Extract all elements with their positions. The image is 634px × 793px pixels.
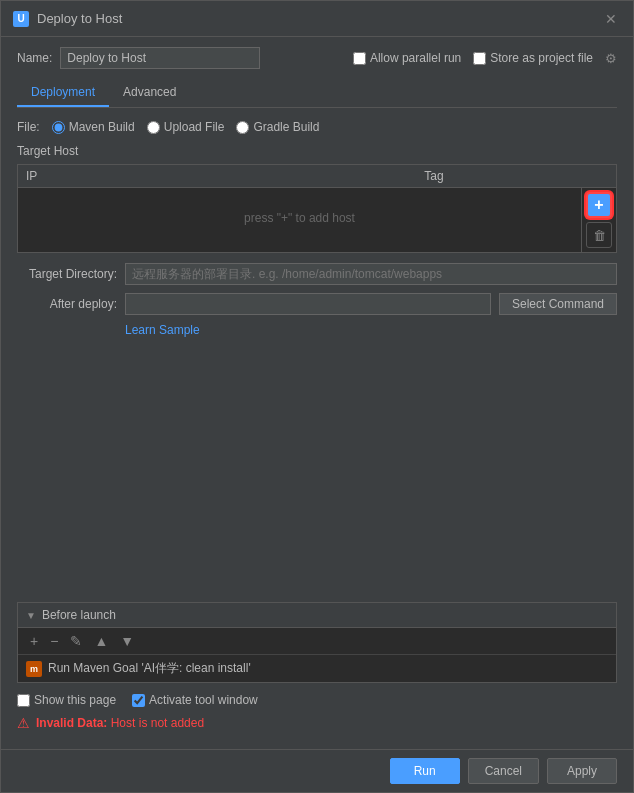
bl-remove-button[interactable]: − [46,632,62,650]
store-as-project-checkbox[interactable] [473,52,486,65]
before-launch-title: Before launch [42,608,116,622]
delete-host-button[interactable]: 🗑 [586,222,612,248]
allow-parallel-label[interactable]: Allow parallel run [353,51,461,65]
error-row: ⚠ Invalid Data: Host is not added [17,715,617,731]
bl-move-down-button[interactable]: ▼ [116,632,138,650]
allow-parallel-text: Allow parallel run [370,51,461,65]
file-label: File: [17,120,40,134]
spacer [17,337,617,602]
col-tag-header: Tag [298,169,570,183]
target-host-sidebar: + 🗑 [581,188,616,252]
apply-button[interactable]: Apply [547,758,617,784]
upload-file-radio-label[interactable]: Upload File [147,120,225,134]
tabs: Deployment Advanced [17,79,617,108]
error-rest-part: Host is not added [111,716,204,730]
bl-move-up-button[interactable]: ▲ [90,632,112,650]
before-launch-item-text: Run Maven Goal 'AI伴学: clean install' [48,660,251,677]
store-as-project-label[interactable]: Store as project file [473,51,593,65]
name-row: Name: Allow parallel run Store as projec… [17,47,617,69]
learn-sample-link[interactable]: Learn Sample [125,323,617,337]
bottom-checkboxes: Show this page Activate tool window [17,693,617,707]
close-button[interactable]: ✕ [601,9,621,29]
error-text: Invalid Data: Host is not added [36,716,204,730]
before-launch-header[interactable]: ▼ Before launch [18,603,616,628]
gradle-build-text: Gradle Build [253,120,319,134]
maven-build-radio-label[interactable]: Maven Build [52,120,135,134]
target-host-box: IP Tag press "+" to add host + 🗑 [17,164,617,253]
target-directory-label: Target Directory: [17,267,117,281]
title-bar-left: U Deploy to Host [13,11,122,27]
tab-deployment[interactable]: Deployment [17,79,109,107]
cancel-button[interactable]: Cancel [468,758,539,784]
bl-edit-button[interactable]: ✎ [66,632,86,650]
gear-icon[interactable]: ⚙ [605,51,617,66]
show-this-page-label[interactable]: Show this page [17,693,116,707]
after-deploy-row: After deploy: Select Command [17,293,617,315]
title-bar: U Deploy to Host ✕ [1,1,633,37]
before-launch-section: ▼ Before launch + − ✎ ▲ ▼ m Run Maven Go… [17,602,617,683]
target-host-section-title: Target Host [17,144,617,158]
bl-add-button[interactable]: + [26,632,42,650]
maven-icon: m [26,661,42,677]
upload-file-radio[interactable] [147,121,160,134]
show-this-page-text: Show this page [34,693,116,707]
maven-build-text: Maven Build [69,120,135,134]
dialog-title: Deploy to Host [37,11,122,26]
deploy-to-host-dialog: U Deploy to Host ✕ Name: Allow parallel … [0,0,634,793]
gradle-build-radio-label[interactable]: Gradle Build [236,120,319,134]
name-input[interactable] [60,47,260,69]
name-row-right: Allow parallel run Store as project file… [353,51,617,66]
show-this-page-checkbox[interactable] [17,694,30,707]
before-launch-triangle: ▼ [26,610,36,621]
upload-file-text: Upload File [164,120,225,134]
file-row: File: Maven Build Upload File Gradle Bui… [17,120,617,134]
col-ip-header: IP [26,169,298,183]
error-bold-part: Invalid Data: [36,716,107,730]
run-button[interactable]: Run [390,758,460,784]
activate-tool-window-text: Activate tool window [149,693,258,707]
allow-parallel-checkbox[interactable] [353,52,366,65]
maven-build-radio[interactable] [52,121,65,134]
store-as-project-text: Store as project file [490,51,593,65]
target-host-header: IP Tag [18,165,616,188]
error-icon: ⚠ [17,715,30,731]
before-launch-toolbar: + − ✎ ▲ ▼ [18,628,616,655]
before-launch-item: m Run Maven Goal 'AI伴学: clean install' [18,655,616,682]
gradle-build-radio[interactable] [236,121,249,134]
activate-tool-window-label[interactable]: Activate tool window [132,693,258,707]
target-host-body: press "+" to add host + 🗑 [18,188,616,252]
select-command-button[interactable]: Select Command [499,293,617,315]
after-deploy-input[interactable] [125,293,491,315]
add-host-button[interactable]: + [586,192,612,218]
dialog-footer: Run Cancel Apply [1,749,633,792]
after-deploy-label: After deploy: [17,297,117,311]
activate-tool-window-checkbox[interactable] [132,694,145,707]
dialog-body: Name: Allow parallel run Store as projec… [1,37,633,749]
target-host-placeholder: press "+" to add host [18,188,581,248]
target-directory-input[interactable] [125,263,617,285]
tab-advanced[interactable]: Advanced [109,79,190,107]
name-label: Name: [17,51,52,65]
target-directory-row: Target Directory: [17,263,617,285]
app-icon: U [13,11,29,27]
